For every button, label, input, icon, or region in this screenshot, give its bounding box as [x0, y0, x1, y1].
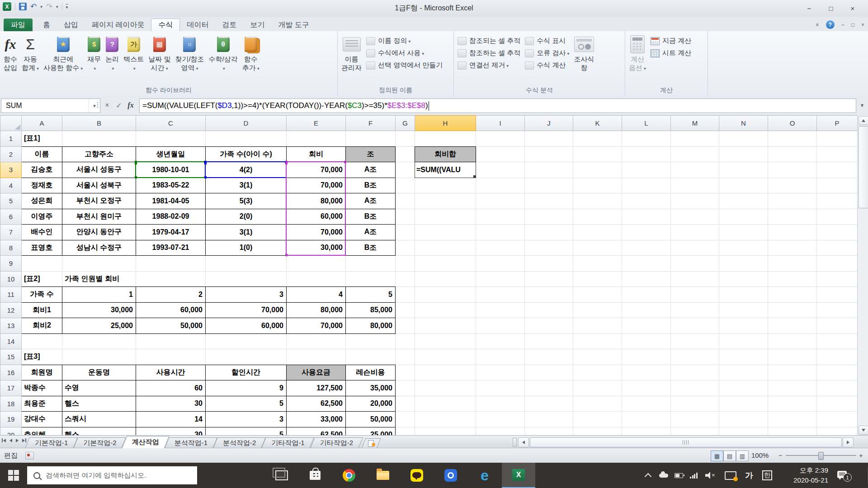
ribbon-tab-home[interactable]: 홈 — [36, 19, 57, 31]
cell-F7[interactable]: A조 — [346, 225, 396, 240]
cell-N8[interactable] — [719, 240, 768, 256]
taskbar-search-box[interactable]: 검색하려면 여기에 입력하십시오. — [27, 466, 197, 484]
cell-L20[interactable] — [622, 427, 671, 435]
cell-F2[interactable]: 조 — [346, 146, 396, 162]
cell-M6[interactable] — [671, 209, 719, 225]
cell-H7[interactable] — [415, 225, 476, 240]
cell-L8[interactable] — [622, 240, 671, 256]
cell-M8[interactable] — [671, 240, 719, 256]
cell-K2[interactable] — [573, 146, 622, 162]
ribbon-button-watch-window[interactable]: 조사식 창 — [572, 33, 597, 72]
cell-L13[interactable] — [622, 318, 671, 334]
cell-C13[interactable]: 50,000 — [136, 318, 206, 334]
cell-E10[interactable] — [287, 271, 346, 287]
cell-N7[interactable] — [719, 225, 768, 240]
cell-G14[interactable] — [396, 333, 415, 349]
taskbar-app-store[interactable] — [298, 463, 332, 488]
cell-E13[interactable]: 70,000 — [287, 318, 346, 334]
normal-view-button[interactable]: ▦ — [711, 450, 723, 461]
cell-C11[interactable]: 2 — [136, 287, 206, 303]
cell-B9[interactable] — [62, 256, 136, 272]
cell-O1[interactable] — [768, 131, 817, 147]
workbook-close-button[interactable]: × — [861, 22, 864, 28]
cell-H11[interactable] — [415, 287, 476, 303]
cell-P17[interactable] — [817, 380, 858, 396]
cell-K18[interactable] — [573, 396, 622, 412]
cell-B2[interactable]: 고향주소 — [62, 146, 136, 162]
cell-D7[interactable]: 3(1) — [206, 225, 287, 240]
cell-I12[interactable] — [476, 302, 525, 318]
cell-C19[interactable]: 14 — [136, 412, 206, 427]
sheet-tab-2[interactable]: 기본작업-2 — [75, 437, 124, 448]
cell-P8[interactable] — [817, 240, 858, 256]
cell-E18[interactable]: 62,500 — [287, 396, 346, 412]
cell-L4[interactable] — [622, 178, 671, 193]
row-header-10[interactable]: 10 — [0, 271, 22, 287]
cell-L12[interactable] — [622, 302, 671, 318]
cell-F10[interactable] — [346, 271, 396, 287]
cell-K16[interactable] — [573, 365, 622, 380]
cell-B8[interactable]: 성남시 수정구 — [62, 240, 136, 256]
ribbon-button-math-trig[interactable]: θ수학/삼각 — [207, 33, 240, 72]
cell-H20[interactable] — [415, 427, 476, 435]
cell-D12[interactable]: 70,000 — [206, 302, 287, 318]
cell-B11[interactable]: 1 — [62, 287, 136, 303]
cell-B3[interactable]: 서울시 성동구 — [62, 162, 136, 178]
cell-P5[interactable] — [817, 193, 858, 209]
cell-K7[interactable] — [573, 225, 622, 240]
taskbar-clock[interactable]: 오후 2:39 2020-05-21 — [780, 463, 828, 488]
cell-A3[interactable]: 김승호 — [22, 162, 62, 178]
cell-D16[interactable]: 할인시간 — [206, 365, 287, 380]
cell-D3[interactable]: 4(2) — [206, 162, 287, 178]
cell-C12[interactable]: 60,000 — [136, 302, 206, 318]
previous-sheet-button[interactable] — [9, 439, 12, 442]
cell-I8[interactable] — [476, 240, 525, 256]
column-header-M[interactable]: M — [671, 116, 719, 131]
row-header-6[interactable]: 6 — [0, 209, 22, 225]
column-header-I[interactable]: I — [476, 116, 525, 131]
cell-L16[interactable] — [622, 365, 671, 380]
cell-B7[interactable]: 안양시 동안구 — [62, 225, 136, 240]
cell-G16[interactable] — [396, 365, 415, 380]
cell-F1[interactable] — [346, 131, 396, 147]
insert-worksheet-button[interactable] — [363, 438, 379, 448]
row-header-1[interactable]: 1 — [0, 131, 22, 147]
close-button[interactable]: × — [842, 5, 863, 12]
cell-E4[interactable]: 70,000 — [287, 178, 346, 193]
cell-D18[interactable]: 5 — [206, 396, 287, 412]
cell-G11[interactable] — [396, 287, 415, 303]
cell-F5[interactable]: A조 — [346, 193, 396, 209]
cell-A13[interactable]: 회비2 — [22, 318, 62, 334]
cell-G7[interactable] — [396, 225, 415, 240]
battery-icon[interactable] — [675, 463, 683, 488]
cell-F19[interactable]: 50,000 — [346, 412, 396, 427]
cell-C9[interactable] — [136, 256, 206, 272]
taskbar-app-explorer[interactable] — [366, 463, 400, 488]
cell-I6[interactable] — [476, 209, 525, 225]
cell-C15[interactable] — [136, 349, 206, 365]
cell-H19[interactable] — [415, 412, 476, 427]
row-header-2[interactable]: 2 — [0, 146, 22, 162]
cell-O17[interactable] — [768, 380, 817, 396]
enter-button[interactable]: ✓ — [113, 101, 125, 110]
cell-K12[interactable] — [573, 302, 622, 318]
cell-B16[interactable]: 운동명 — [62, 365, 136, 380]
cell-P9[interactable] — [817, 256, 858, 272]
cell-N18[interactable] — [719, 396, 768, 412]
ribbon-tab-formulas[interactable]: 수식 — [151, 19, 180, 31]
cell-L3[interactable] — [622, 162, 671, 178]
cell-G2[interactable] — [396, 146, 415, 162]
row-header-5[interactable]: 5 — [0, 193, 22, 209]
column-header-K[interactable]: K — [573, 116, 622, 131]
cell-K14[interactable] — [573, 333, 622, 349]
cell-H3[interactable]: =SUM((VALU — [415, 162, 476, 178]
sheet-tab-6[interactable]: 기타작업-1 — [264, 437, 312, 448]
cell-B1[interactable] — [62, 131, 136, 147]
cell-J3[interactable] — [525, 162, 573, 178]
cell-D6[interactable]: 2(0) — [206, 209, 287, 225]
help-icon[interactable]: ? — [826, 20, 835, 29]
page-break-view-button[interactable]: ▥ — [736, 450, 749, 461]
cell-O15[interactable] — [768, 349, 817, 365]
cell-I18[interactable] — [476, 396, 525, 412]
cell-N2[interactable] — [719, 146, 768, 162]
